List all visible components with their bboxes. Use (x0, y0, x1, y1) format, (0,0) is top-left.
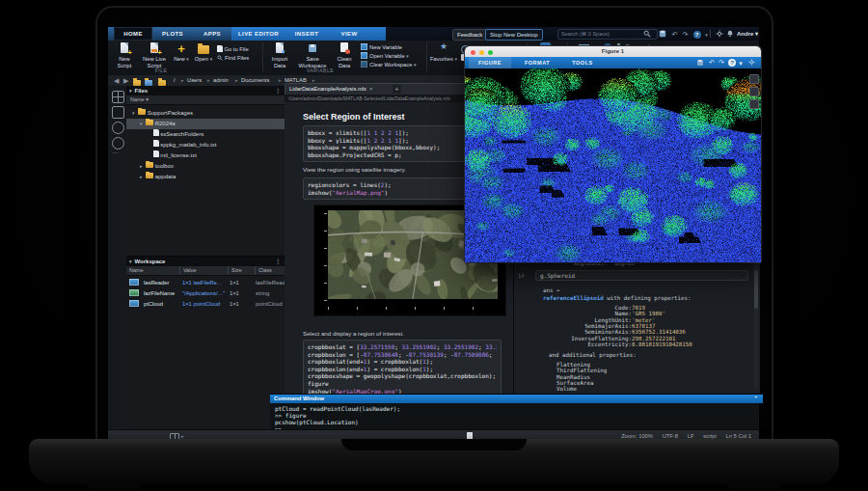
command-line: ptCloud = readPointCloud(lasReader); (275, 405, 400, 412)
undo-icon[interactable]: ↶ (670, 30, 679, 39)
tab-apps[interactable]: APPS (193, 27, 231, 41)
code-block[interactable]: 25cropbboxlat = [33.2571550; 33.2551902;… (303, 340, 502, 398)
panel-icon[interactable] (112, 122, 124, 134)
additional-property: MeanRadius (556, 374, 590, 380)
open-button[interactable]: Open ▾ (193, 42, 214, 63)
settings-icon[interactable] (747, 59, 755, 67)
tree-item-supportpackages[interactable]: ▾ SupportPackages (126, 108, 290, 119)
tree-item-appdata[interactable]: ▸ appdata (126, 172, 298, 182)
save-workspace-button[interactable]: Save Workspace (296, 42, 329, 68)
panel-icon[interactable] (112, 106, 124, 119)
find-files-button[interactable]: Find Files (217, 54, 249, 62)
new-live-script-button[interactable]: + New Live Script (140, 42, 169, 68)
scrollbar[interactable] (754, 264, 758, 390)
import-data-button[interactable]: ▼ Import Data (266, 42, 293, 68)
user-menu[interactable]: Andre ▾ (737, 29, 758, 39)
new-variable-button[interactable]: New Variable (361, 43, 402, 51)
axes-mini-toolbar[interactable] (749, 74, 758, 112)
axes-tool-icon[interactable] (749, 74, 759, 84)
collapse-icon[interactable]: ⌃ (753, 395, 758, 403)
maximize-traffic-light[interactable] (488, 50, 493, 55)
figure-window[interactable]: Figure 1 FIGURE FORMAT TOOLS ↶ ↷ ? ▾ (465, 46, 761, 262)
tab-insert[interactable]: INSERT (285, 27, 328, 41)
minimize-traffic-light[interactable] (479, 50, 484, 55)
save-icon[interactable] (658, 30, 666, 39)
command-window-title-bar[interactable]: Command Window ⌃ (270, 395, 763, 403)
tab-home[interactable]: HOME (114, 27, 152, 41)
workspace-row[interactable]: ptCloud 1×1 pointCloud 1×1 pointCloud (126, 299, 285, 310)
laptop-base (29, 439, 839, 484)
new-script-button[interactable]: + New Script (112, 42, 137, 68)
figure-tab-figure[interactable]: FIGURE (469, 57, 511, 68)
go-to-file-button[interactable]: Go to File (217, 45, 249, 53)
clear-workspace-button[interactable]: Clear Workspace ▾ (361, 61, 417, 68)
workspace-row[interactable]: lazFileName "/Applications/…" 1×1 string (126, 288, 285, 299)
figure-toolstrip: FIGURE FORMAT TOOLS ↶ ↷ ? ▾ (465, 57, 761, 68)
tree-item-r2024a[interactable]: ▾ R2024a⋮ (126, 119, 298, 129)
laptop-foot (87, 482, 141, 488)
dropdown-caret[interactable]: ▾ (737, 60, 745, 68)
new-label: New (174, 56, 185, 62)
close-tab-icon[interactable]: × (369, 86, 372, 92)
code-line[interactable]: g.Spheroid (535, 270, 748, 281)
breadcrumb-admin[interactable]: admin (213, 75, 229, 86)
ribbon-separator (426, 42, 427, 71)
redo-icon[interactable]: ↷ (681, 30, 690, 39)
new-button[interactable]: + New ▾ (172, 42, 191, 63)
figure-tab-tools[interactable]: TOOLS (563, 57, 602, 68)
open-label: Open (195, 56, 208, 62)
workspace-column-headers[interactable]: Name Value Size Class (126, 266, 285, 276)
save-icon[interactable] (696, 59, 704, 67)
files-column-header[interactable]: Name ▾ (126, 95, 285, 105)
figure-window-title: Figure 1 (602, 48, 624, 54)
figure-axes-area[interactable] (465, 68, 761, 262)
tab-plots[interactable]: PLOTS (153, 27, 192, 41)
open-variable-button[interactable]: Open Variable ▾ (361, 52, 409, 60)
y-axis-ticks (324, 213, 327, 304)
notifications-bell-icon[interactable] (725, 30, 734, 39)
workspace-panel-header[interactable]: ▾Workspace⋮ (126, 257, 285, 266)
breadcrumb-documents[interactable]: Documents (241, 75, 269, 86)
x-axis-ticks (328, 307, 498, 310)
search-icon[interactable] (642, 30, 651, 39)
files-panel-icon[interactable] (112, 91, 124, 103)
breadcrumb-root[interactable]: / (174, 75, 176, 86)
lidar-point-cloud-plot[interactable] (465, 68, 761, 262)
favorites-button[interactable]: ★ Favorites ▾ (430, 42, 457, 63)
kebab-menu-icon[interactable]: ⋮ (275, 86, 281, 95)
files-panel-header[interactable]: ▾Files⋮ (126, 86, 285, 95)
back-icon[interactable]: ◀ (114, 75, 119, 86)
clear-workspace-label: Clear Workspace (369, 62, 412, 68)
settings-icon[interactable] (715, 30, 723, 39)
property-row: Code7019 (531, 305, 645, 311)
property-row: Eccentricity0.0818191910428158 (531, 341, 692, 347)
line-number: 14 (518, 273, 525, 279)
clean-data-button[interactable]: Clean Data (332, 42, 357, 68)
help-icon[interactable]: ? (728, 59, 736, 67)
feedback-button[interactable]: Feedback (452, 29, 487, 41)
class-name-link[interactable]: referenceEllipsoid (543, 295, 604, 301)
help-icon[interactable]: ? (692, 30, 701, 39)
more-panels-icon[interactable]: ⋯ (112, 150, 120, 157)
figure-tab-format[interactable]: FORMAT (515, 57, 559, 68)
laptop-lid-notch (341, 439, 527, 450)
undo-icon[interactable]: ↶ (708, 59, 716, 67)
command-window: Command Window ⌃ ptCloud = readPointClou… (270, 394, 759, 430)
forward-icon[interactable]: ▶ (123, 75, 128, 86)
stop-new-desktop-button[interactable]: Stop New Desktop (485, 29, 543, 41)
axes-tool-icon[interactable] (749, 87, 759, 96)
figure-title-bar[interactable]: Figure 1 (465, 46, 761, 57)
tree-item-toolbox[interactable]: ▸ toolbox (126, 161, 298, 172)
axes-tool-icon[interactable] (749, 99, 759, 109)
close-traffic-light[interactable] (471, 50, 475, 55)
tab-view[interactable]: VIEW (330, 27, 368, 41)
command-line: >> figure (275, 412, 307, 419)
panel-icon[interactable] (112, 137, 124, 150)
workspace-row[interactable]: lasReader 1×1 lasFileRe… 1×1 lasFileRead… (126, 278, 285, 288)
tab-live-editor[interactable]: LIVE EDITOR (233, 27, 284, 41)
kebab-menu-icon[interactable]: ⋮ (275, 257, 281, 266)
toolstrip-tab-row: HOME PLOTS APPS LIVE EDITOR INSERT VIEW … (108, 27, 759, 41)
new-tab-button[interactable]: + (393, 85, 401, 94)
redo-icon[interactable]: ↷ (718, 59, 725, 67)
breadcrumb-users[interactable]: Users (187, 75, 202, 86)
